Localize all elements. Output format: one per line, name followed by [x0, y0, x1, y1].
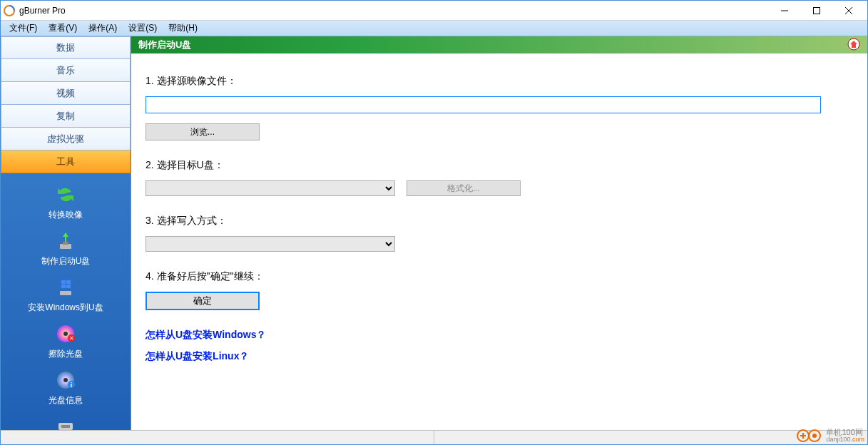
- sidebar-tab-copy[interactable]: 复制: [1, 105, 131, 128]
- statusbar: [1, 430, 867, 444]
- tool-label: 转换映像: [48, 209, 83, 221]
- minimize-button[interactable]: [768, 1, 800, 21]
- step-2: 2. 选择目标U盘： 格式化...: [145, 159, 853, 196]
- tool-convert-image[interactable]: 转换映像: [1, 179, 131, 225]
- svg-rect-9: [61, 285, 66, 288]
- svg-point-17: [63, 378, 68, 382]
- tool-label: 光盘信息: [48, 394, 83, 406]
- step-4-label: 4. 准备好后按"确定"继续：: [145, 270, 853, 283]
- menu-help[interactable]: 帮助(H): [163, 21, 203, 36]
- svg-rect-11: [60, 291, 71, 295]
- close-button[interactable]: [832, 1, 864, 21]
- svg-rect-2: [813, 7, 820, 14]
- statusbar-left: [1, 431, 434, 444]
- confirm-button[interactable]: 确定: [145, 292, 260, 310]
- step-4: 4. 准备好后按"确定"继续： 确定: [145, 270, 853, 310]
- source-image-input[interactable]: [145, 96, 821, 113]
- home-icon[interactable]: [847, 38, 860, 53]
- disc-info-icon: i: [54, 369, 77, 392]
- tool-bootable-usb[interactable]: 制作启动U盘: [1, 225, 131, 272]
- browse-button[interactable]: 浏览...: [145, 123, 260, 140]
- sidebar-tab-video[interactable]: 视频: [1, 82, 131, 105]
- svg-text:✕: ✕: [69, 335, 74, 342]
- app-window: gBurner Pro 文件(F) 查看(V) 操作(A) 设置(S) 帮助(H…: [0, 0, 868, 445]
- tool-label: 安装Windows到U盘: [28, 302, 103, 314]
- sidebar-tab-virtual[interactable]: 虚拟光驱: [1, 128, 131, 150]
- svg-point-13: [63, 332, 68, 336]
- write-mode-dropdown[interactable]: [145, 236, 395, 252]
- main-header: 制作启动U盘: [131, 36, 867, 53]
- step-3-label: 3. 选择写入方式：: [145, 215, 853, 227]
- sidebar-tab-tools[interactable]: 工具: [1, 150, 131, 173]
- target-usb-dropdown[interactable]: [145, 180, 395, 196]
- usb-arrow-icon: [54, 230, 77, 252]
- svg-rect-8: [66, 280, 71, 284]
- disc-erase-icon: ✕: [54, 322, 77, 345]
- tool-windows-usb[interactable]: 安装Windows到U盘: [1, 272, 131, 318]
- menu-settings[interactable]: 设置(S): [123, 21, 163, 36]
- format-button: 格式化...: [407, 180, 521, 196]
- content-area: 数据 音乐 视频 复制 虚拟光驱 工具 转换映像 制作启动U盘 安装Wind: [1, 36, 867, 430]
- svg-rect-5: [60, 244, 71, 249]
- tool-label: 擦除光盘: [48, 348, 83, 360]
- menubar: 文件(F) 查看(V) 操作(A) 设置(S) 帮助(H): [1, 21, 867, 36]
- menu-view[interactable]: 查看(V): [43, 21, 83, 36]
- step-3: 3. 选择写入方式：: [145, 215, 853, 252]
- usb-windows-icon: [54, 276, 77, 299]
- svg-rect-21: [61, 425, 70, 428]
- main-body: 1. 选择源映像文件： 浏览... 2. 选择目标U盘： 格式化... 3. 选…: [131, 53, 867, 430]
- step-1-label: 1. 选择源映像文件：: [145, 75, 853, 88]
- svg-rect-6: [63, 242, 68, 245]
- svg-text:i: i: [71, 382, 73, 389]
- menu-action[interactable]: 操作(A): [83, 21, 123, 36]
- sidebar-tool-list: 转换映像 制作启动U盘 安装Windows到U盘 ✕ 擦除光盘 i 光盘信息: [1, 173, 131, 430]
- sidebar-tab-data[interactable]: 数据: [1, 36, 131, 59]
- app-icon: [4, 5, 15, 16]
- window-controls: [768, 1, 864, 21]
- tool-partial[interactable]: [1, 411, 131, 430]
- tool-label: 制作启动U盘: [41, 255, 91, 267]
- refresh-icon: [54, 183, 77, 206]
- help-link-linux[interactable]: 怎样从U盘安装Linux？: [145, 350, 853, 363]
- tool-disc-info[interactable]: i 光盘信息: [1, 364, 131, 411]
- sidebar-tab-music[interactable]: 音乐: [1, 59, 131, 82]
- titlebar: gBurner Pro: [1, 1, 867, 21]
- sidebar: 数据 音乐 视频 复制 虚拟光驱 工具 转换映像 制作启动U盘 安装Wind: [1, 36, 131, 430]
- device-icon: [54, 415, 77, 430]
- tool-erase-disc[interactable]: ✕ 擦除光盘: [1, 318, 131, 364]
- statusbar-right: [434, 431, 867, 444]
- svg-rect-7: [61, 280, 66, 284]
- window-title: gBurner Pro: [19, 6, 768, 16]
- help-link-windows[interactable]: 怎样从U盘安装Windows？: [145, 329, 853, 342]
- step-1: 1. 选择源映像文件： 浏览...: [145, 75, 853, 140]
- step-2-label: 2. 选择目标U盘：: [145, 159, 853, 172]
- main-panel: 制作启动U盘 1. 选择源映像文件： 浏览... 2. 选择目标U盘：: [131, 36, 867, 430]
- svg-rect-10: [66, 285, 71, 288]
- main-header-title: 制作启动U盘: [138, 39, 191, 51]
- sidebar-tabs: 数据 音乐 视频 复制 虚拟光驱 工具: [1, 36, 131, 173]
- menu-file[interactable]: 文件(F): [4, 21, 43, 36]
- maximize-button[interactable]: [800, 1, 832, 21]
